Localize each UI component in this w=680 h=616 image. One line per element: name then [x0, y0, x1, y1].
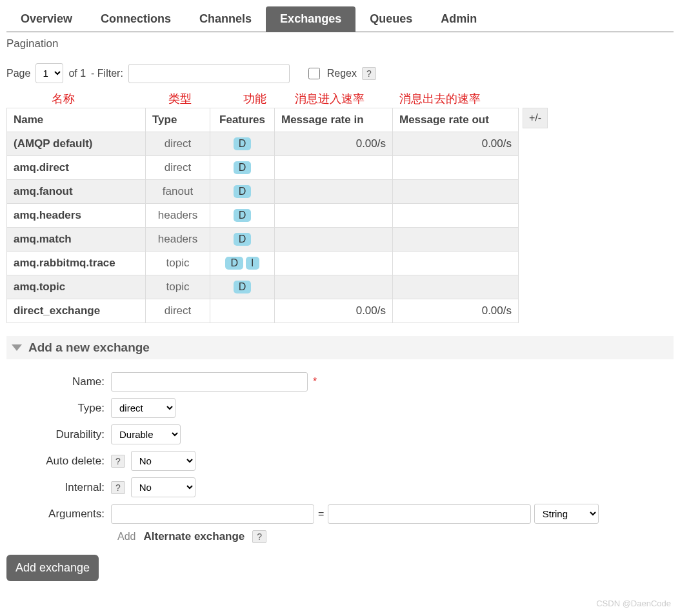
exchange-name-cell[interactable]: amq.direct — [7, 156, 146, 180]
exchange-type-cell: fanout — [146, 180, 210, 204]
name-label: Name: — [6, 375, 111, 388]
feature-badge: D — [234, 161, 252, 174]
main-tabs: OverviewConnectionsChannelsExchangesQueu… — [6, 6, 674, 32]
alternate-exchange-help-button[interactable]: ? — [252, 530, 266, 543]
autodelete-label: Auto delete: — [6, 455, 111, 468]
cn-in: 消息进入速率 — [295, 91, 385, 106]
equals-sign: = — [318, 508, 324, 520]
tab-exchanges[interactable]: Exchanges — [266, 6, 355, 32]
page-select[interactable]: 1 — [35, 63, 63, 83]
table-row: direct_exchangedirect0.00/s0.00/s — [7, 299, 519, 323]
table-row: amq.directdirectD — [7, 156, 519, 180]
exchange-type-cell: direct — [146, 132, 210, 156]
rate-out-cell — [393, 180, 519, 204]
caret-down-icon — [12, 344, 22, 351]
rate-in-cell: 0.00/s — [275, 299, 393, 323]
feature-badge: D — [234, 185, 252, 198]
exchange-type-cell: topic — [146, 252, 210, 275]
column-header[interactable]: Message rate out — [393, 108, 519, 132]
table-row: amq.topictopicD — [7, 275, 519, 299]
argument-add-link[interactable]: Add — [117, 531, 135, 542]
exchange-features-cell: DI — [210, 252, 275, 275]
exchange-features-cell: D — [210, 180, 275, 204]
rate-out-cell: 0.00/s — [393, 132, 519, 156]
regex-help-button[interactable]: ? — [362, 67, 376, 80]
regex-label: Regex — [327, 68, 357, 79]
exchange-features-cell: D — [210, 132, 275, 156]
table-row: amq.headersheadersD — [7, 204, 519, 228]
exchange-features-cell: D — [210, 204, 275, 228]
add-exchange-button[interactable]: Add exchange — [6, 555, 99, 581]
columns-toggle-button[interactable]: +/- — [523, 108, 548, 128]
rate-out-cell — [393, 252, 519, 275]
filter-label: - Filter: — [91, 68, 123, 79]
internal-label: Internal: — [6, 481, 111, 494]
feature-badge: I — [246, 257, 259, 270]
exchange-name-cell[interactable]: amq.fanout — [7, 180, 146, 204]
exchange-name-cell[interactable]: amq.headers — [7, 204, 146, 228]
cn-type: 类型 — [168, 91, 230, 106]
tab-connections[interactable]: Connections — [86, 6, 185, 32]
internal-select[interactable]: No — [131, 477, 195, 497]
argument-value-input[interactable] — [328, 504, 531, 524]
cn-name: 名称 — [52, 91, 114, 106]
table-row: (AMQP default)directD0.00/s0.00/s — [7, 132, 519, 156]
rate-out-cell: 0.00/s — [393, 299, 519, 323]
rate-in-cell — [275, 180, 393, 204]
table-row: amq.rabbitmq.tracetopicDI — [7, 252, 519, 275]
exchange-name-cell[interactable]: (AMQP default) — [7, 132, 146, 156]
rate-out-cell — [393, 204, 519, 228]
filter-input[interactable] — [128, 64, 290, 83]
exchange-features-cell: D — [210, 228, 275, 252]
type-label: Type: — [6, 402, 111, 415]
durability-select[interactable]: Durable — [111, 424, 181, 444]
tab-queues[interactable]: Queues — [355, 6, 426, 32]
table-row: amq.matchheadersD — [7, 228, 519, 252]
exchange-features-cell: D — [210, 156, 275, 180]
exchange-name-cell[interactable]: direct_exchange — [7, 299, 146, 323]
rate-in-cell — [275, 156, 393, 180]
type-select[interactable]: direct — [111, 398, 175, 418]
page-label: Page — [6, 68, 30, 79]
rate-in-cell — [275, 204, 393, 228]
arguments-label: Arguments: — [6, 508, 111, 521]
autodelete-help-button[interactable]: ? — [111, 455, 125, 468]
exchange-type-cell: direct — [146, 299, 210, 323]
tab-channels[interactable]: Channels — [185, 6, 266, 32]
exchange-name-cell[interactable]: amq.topic — [7, 275, 146, 299]
rate-in-cell — [275, 228, 393, 252]
exchange-type-cell: direct — [146, 156, 210, 180]
tab-overview[interactable]: Overview — [6, 6, 86, 32]
durability-label: Durability: — [6, 428, 111, 441]
regex-checkbox[interactable] — [308, 68, 320, 79]
autodelete-select[interactable]: No — [131, 451, 195, 471]
required-asterisk: * — [313, 376, 317, 388]
exchange-features-cell: D — [210, 275, 275, 299]
column-header[interactable]: Name — [7, 108, 146, 132]
exchanges-table: NameTypeFeaturesMessage rate inMessage r… — [6, 108, 519, 323]
pagination-title: Pagination — [6, 37, 674, 50]
feature-badge: D — [234, 137, 252, 150]
alternate-exchange-link[interactable]: Alternate exchange — [143, 530, 245, 543]
cn-feat: 功能 — [243, 91, 288, 106]
column-header[interactable]: Features — [210, 108, 275, 132]
exchange-name-cell[interactable]: amq.match — [7, 228, 146, 252]
cn-out: 消息出去的速率 — [399, 91, 503, 106]
rate-in-cell: 0.00/s — [275, 132, 393, 156]
internal-help-button[interactable]: ? — [111, 481, 125, 494]
argument-key-input[interactable] — [111, 504, 314, 524]
feature-badge: D — [234, 233, 252, 246]
column-header[interactable]: Type — [146, 108, 210, 132]
exchange-name-cell[interactable]: amq.rabbitmq.trace — [7, 252, 146, 275]
argument-type-select[interactable]: String — [534, 504, 599, 524]
rate-out-cell — [393, 228, 519, 252]
add-exchange-section-header[interactable]: Add a new exchange — [6, 336, 674, 359]
rate-in-cell — [275, 252, 393, 275]
tab-admin[interactable]: Admin — [426, 6, 491, 32]
cn-annotation-row: 名称 类型 功能 消息进入速率 消息出去的速率 — [6, 91, 674, 106]
feature-badge: D — [234, 281, 252, 293]
add-exchange-title: Add a new exchange — [28, 341, 150, 355]
column-header[interactable]: Message rate in — [275, 108, 393, 132]
name-input[interactable] — [111, 372, 308, 392]
exchange-type-cell: topic — [146, 275, 210, 299]
